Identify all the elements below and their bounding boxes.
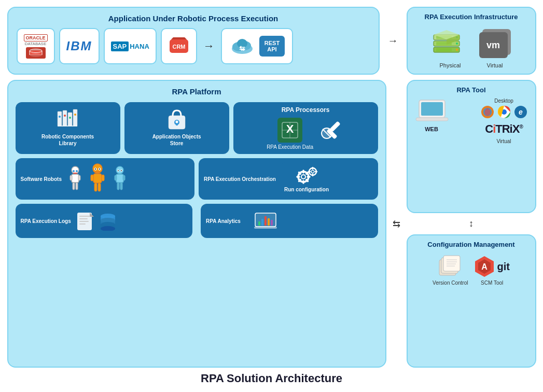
- svg-rect-66: [93, 174, 102, 183]
- config-mgmt-panel: Configuration Management: [407, 234, 536, 368]
- arrow-to-infra: →: [386, 7, 400, 75]
- robot3-icon: [110, 166, 129, 194]
- svg-rect-124: [271, 220, 273, 226]
- svg-rect-71: [95, 171, 100, 173]
- svg-point-40: [69, 117, 71, 119]
- main-container: Application Under Robotic Process Execut…: [7, 7, 536, 385]
- svg-rect-33: [68, 113, 72, 126]
- svg-text:CRM: CRM: [172, 44, 185, 50]
- app-objects-box: Application ObjectsStore: [124, 102, 229, 154]
- svg-marker-109: [90, 213, 94, 217]
- svg-line-96: [299, 180, 300, 181]
- top-row: Application Under Robotic Process Execut…: [7, 7, 536, 75]
- cloud-icon: ⇄ ⇆: [229, 34, 255, 58]
- svg-rect-122: [264, 216, 267, 226]
- rpa-platform-box: RPA Platform: [7, 80, 386, 368]
- svg-rect-35: [73, 109, 77, 126]
- firefox-icon: [480, 105, 495, 119]
- svg-point-81: [121, 170, 122, 171]
- svg-rect-123: [268, 218, 270, 226]
- robots-icons-group: [66, 163, 129, 194]
- svg-rect-64: [76, 183, 78, 190]
- rpa-exec-infra-box: RPA Execution Infrastructure: [407, 7, 536, 75]
- crm-app-box: CRM: [161, 28, 197, 64]
- rpa-tool-content: WEB Desktop: [415, 98, 528, 145]
- svg-point-69: [95, 169, 96, 170]
- page-title: RPA Solution Architecture: [201, 372, 342, 385]
- svg-rect-26: [436, 48, 452, 51]
- svg-rect-120: [258, 221, 260, 226]
- oracle-logo: ORACLE DATABASE: [24, 34, 48, 59]
- svg-text:A: A: [482, 262, 488, 271]
- svg-point-2: [30, 53, 42, 57]
- version-control-item: Version Control: [433, 253, 468, 286]
- software-robots-box: Software Robots: [16, 158, 195, 200]
- rpa-exec-orch-box: RPA Execution Orchestration: [199, 158, 378, 200]
- run-config-label: Run configuration: [284, 187, 329, 192]
- svg-rect-73: [102, 175, 104, 181]
- svg-point-23: [456, 49, 458, 51]
- svg-rect-75: [98, 183, 101, 191]
- svg-point-39: [64, 115, 66, 117]
- analytics-icon-box: [245, 208, 286, 234]
- rpa-exec-infra-title: RPA Execution Infrastructure: [425, 13, 518, 21]
- cloud-rest-box: ⇄ ⇆ RESTAPI: [221, 28, 293, 64]
- svg-rect-106: [79, 218, 88, 219]
- bottom-row: RPA Platform: [7, 80, 536, 368]
- scm-icons: A git: [474, 255, 509, 278]
- app-under-rpa-title: Application Under Robotic Process Execut…: [17, 14, 370, 23]
- svg-rect-136: [443, 256, 460, 271]
- svg-rect-127: [416, 118, 448, 121]
- sap-app-box: SAP HANA: [104, 28, 157, 64]
- ibm-app-box: IBM: [59, 28, 100, 64]
- git-text: git: [497, 261, 509, 273]
- rest-api-label: RESTAPI: [259, 36, 285, 57]
- processors-icons-row: X RPA Execution Data: [240, 118, 372, 150]
- virtual-tool-label: Virtual: [496, 138, 511, 144]
- oracle-app-box: ORACLE DATABASE: [17, 28, 55, 64]
- excel-icon: X: [277, 118, 302, 143]
- app-under-rpa-box: Application Under Robotic Process Execut…: [7, 7, 380, 75]
- svg-point-41: [74, 114, 76, 116]
- svg-point-46: [175, 121, 178, 123]
- svg-line-95: [307, 173, 308, 174]
- citrix-logo: CiTRiX®: [485, 122, 523, 136]
- ibm-logo: IBM: [66, 39, 92, 53]
- rpa-processors-box: RPA Processors X: [233, 102, 378, 154]
- citrix-i-dot: i: [493, 122, 495, 135]
- svg-point-58: [73, 170, 75, 172]
- crm-icon: CRM: [168, 35, 190, 57]
- books-icon: [55, 106, 80, 131]
- svg-rect-107: [79, 221, 89, 222]
- tools-icon: [317, 118, 344, 143]
- citrix-group: CiTRiX® Virtual: [485, 122, 523, 145]
- sap-hana-logo: SAP HANA: [111, 41, 149, 51]
- excel-processor-item: X RPA Execution Data: [267, 118, 313, 150]
- exec-data-label: RPA Execution Data: [267, 144, 313, 150]
- box-lock-icon: [164, 106, 189, 131]
- svg-point-59: [76, 170, 78, 172]
- desktop-tool-label: Desktop: [494, 98, 513, 104]
- svg-point-70: [99, 169, 100, 170]
- db-logs-icon: [98, 211, 118, 231]
- svg-rect-82: [115, 175, 117, 180]
- svg-rect-60: [73, 173, 77, 174]
- laptop-icon: [415, 98, 449, 124]
- svg-rect-108: [79, 223, 86, 225]
- arrow-to-cloud: →: [203, 39, 215, 53]
- svg-rect-121: [261, 219, 263, 226]
- desktop-virtual-group: Desktop: [480, 98, 528, 145]
- excel-svg: X: [280, 120, 300, 140]
- robot2-icon: [87, 163, 108, 194]
- right-stack: RPA Tool WEB Desktop: [407, 80, 536, 368]
- tools-processor-item: [317, 118, 344, 143]
- platform-row3: RPA Execution Logs: [16, 204, 378, 238]
- robotic-components-label: Robotic ComponentsLibrary: [41, 133, 94, 147]
- ie-icon: e: [513, 105, 528, 119]
- arrow-col: ⇆: [393, 80, 400, 368]
- svg-point-76: [116, 166, 123, 174]
- rpa-exec-logs-box: RPA Execution Logs: [16, 204, 193, 238]
- analytics-chart-icon: [253, 211, 278, 231]
- svg-rect-57: [72, 174, 79, 183]
- oracle-db-icon: [29, 49, 43, 57]
